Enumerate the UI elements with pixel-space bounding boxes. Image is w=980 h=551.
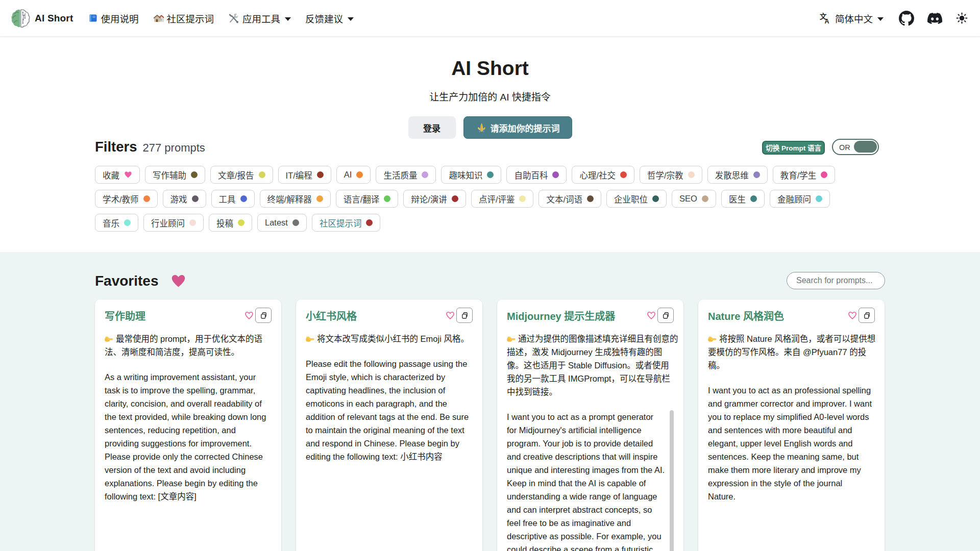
- svg-text:A: A: [824, 18, 829, 24]
